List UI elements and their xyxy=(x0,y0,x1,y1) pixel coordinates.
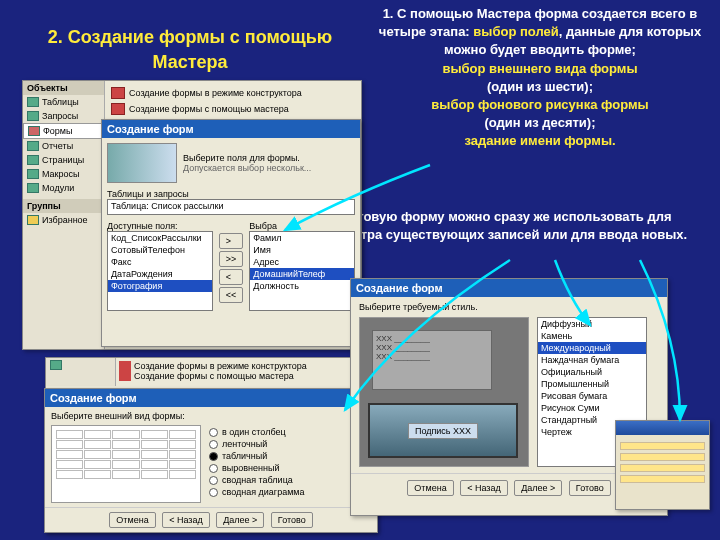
sidebar-item-reports[interactable]: Отчеты xyxy=(23,139,104,153)
w2-finish[interactable]: Готово xyxy=(271,512,313,528)
mini-form-window xyxy=(615,420,710,510)
layout-preview xyxy=(51,425,201,503)
db2-sidebar-stub xyxy=(46,358,116,386)
form-icon xyxy=(111,87,125,99)
w3-next[interactable]: Далее > xyxy=(514,480,562,496)
opt-pivot-table[interactable]: сводная таблица xyxy=(209,475,305,485)
move-one-btn[interactable]: > xyxy=(219,233,244,249)
wizard2-title: Создание форм xyxy=(45,389,377,407)
mini-titlebar xyxy=(616,421,709,435)
sidebar-item-queries[interactable]: Запросы xyxy=(23,109,104,123)
wizard-layout: Создание форм Выберите внешний вид формы… xyxy=(44,388,378,533)
w2-next[interactable]: Далее > xyxy=(216,512,264,528)
w3-finish[interactable]: Готово xyxy=(569,480,611,496)
avail-label: Доступные поля: xyxy=(107,221,213,231)
wizard3-title: Создание форм xyxy=(351,279,667,297)
w2-cancel[interactable]: Отмена xyxy=(109,512,155,528)
sidebar-fav[interactable]: Избранное xyxy=(23,213,104,227)
sidebar-item-tables[interactable]: Таблицы xyxy=(23,95,104,109)
db2-link2[interactable]: Создание формы с помощью мастера xyxy=(119,371,371,381)
opt-table[interactable]: табличный xyxy=(209,451,305,461)
sidebar-item-pages[interactable]: Страницы xyxy=(23,153,104,167)
db-window: Объекты Таблицы Запросы Формы Отчеты Стр… xyxy=(22,80,362,350)
wizard3-prompt: Выберите требуемый стиль. xyxy=(351,297,667,317)
sel-list[interactable]: Фамил Имя Адрес ДомашнийТелеф Должность xyxy=(249,231,355,311)
wizard-banner xyxy=(107,143,177,183)
preview-label: Подпись XXX xyxy=(408,423,478,439)
opt-pivot-chart[interactable]: сводная диаграмма xyxy=(209,487,305,497)
opt-justified[interactable]: выровненный xyxy=(209,463,305,473)
w3-back[interactable]: < Назад xyxy=(460,480,508,496)
layout-options: в один столбец ленточный табличный выров… xyxy=(209,425,305,503)
link-constructor[interactable]: Создание формы в режиме конструктора xyxy=(109,85,357,101)
tables-combo[interactable]: Таблица: Список рассылки xyxy=(107,199,355,215)
form-icon xyxy=(111,103,125,115)
db2-link1[interactable]: Создание формы в режиме конструктора xyxy=(119,361,371,371)
sidebar-item-modules[interactable]: Модули xyxy=(23,181,104,195)
w3-cancel[interactable]: Отмена xyxy=(407,480,453,496)
slide-title-left: 2. Создание формы с помощью Мастера xyxy=(20,25,360,75)
wizard-hint: Допускается выбор нескольк... xyxy=(183,163,311,173)
move-all-btn[interactable]: >> xyxy=(219,251,244,267)
sidebar-groups: Группы xyxy=(23,199,104,213)
sidebar-header: Объекты xyxy=(23,81,104,95)
slide-title-right: 1. С помощью Мастера форма создается все… xyxy=(370,5,710,151)
avail-list[interactable]: Код_СписокРассылки СотовыйТелефон Факс Д… xyxy=(107,231,213,311)
opt-column[interactable]: в один столбец xyxy=(209,427,305,437)
wizard-fields: Создание форм Выберите поля для формы. Д… xyxy=(101,119,361,347)
style-preview: XXX ________XXX ________XXX ________ Под… xyxy=(359,317,529,467)
opt-ribbon[interactable]: ленточный xyxy=(209,439,305,449)
sel-label: Выбра xyxy=(249,221,355,231)
db-window-2: Создание формы в режиме конструктора Соз… xyxy=(45,357,375,532)
back-one-btn[interactable]: < xyxy=(219,269,244,285)
wizard-title: Создание форм xyxy=(102,120,360,138)
wizard2-prompt: Выберите внешний вид формы: xyxy=(45,407,377,425)
back-all-btn[interactable]: << xyxy=(219,287,244,303)
link-wizard[interactable]: Создание формы с помощью мастера xyxy=(109,101,357,117)
w2-back[interactable]: < Назад xyxy=(162,512,210,528)
db-sidebar: Объекты Таблицы Запросы Формы Отчеты Стр… xyxy=(23,81,105,349)
sidebar-item-forms[interactable]: Формы xyxy=(23,123,104,139)
wizard-prompt: Выберите поля для формы. xyxy=(183,153,311,163)
tables-label: Таблицы и запросы xyxy=(107,189,355,199)
sidebar-item-macros[interactable]: Макросы xyxy=(23,167,104,181)
